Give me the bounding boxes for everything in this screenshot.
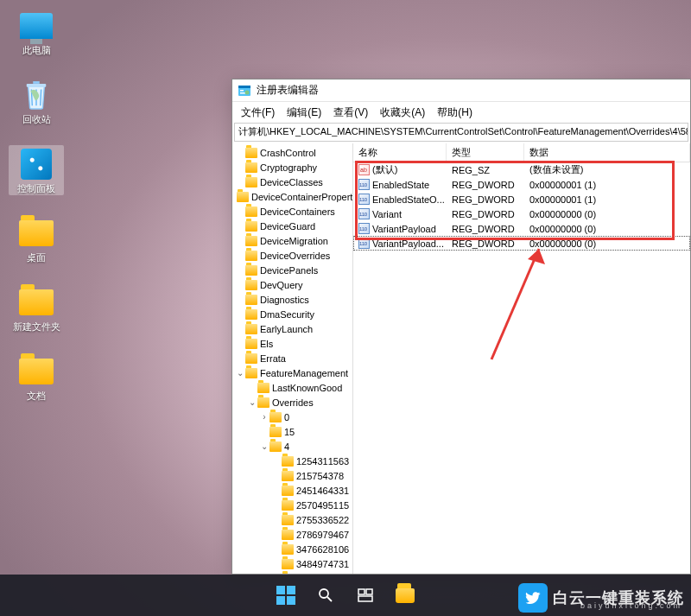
- tree-item[interactable]: DevicePanels: [232, 263, 352, 277]
- value-data: 0x00000001 (1): [524, 194, 690, 206]
- folder-icon: [282, 456, 294, 467]
- desktop-icon-recycle-bin[interactable]: 回收站: [9, 76, 64, 126]
- folder-icon: [245, 265, 257, 276]
- pc-icon: [19, 9, 54, 43]
- folder-icon: [269, 427, 282, 437]
- registry-tree[interactable]: CrashControlCryptographyDeviceClassesDev…: [232, 143, 353, 574]
- tree-item[interactable]: CrashControl: [232, 145, 352, 160]
- task-view-icon: [357, 587, 374, 604]
- folder-icon: [257, 383, 269, 393]
- tree-item[interactable]: DeviceGuard: [232, 219, 352, 233]
- value-row[interactable]: VariantREG_DWORD0x00000000 (0): [353, 206, 690, 221]
- col-name[interactable]: 名称: [353, 143, 447, 162]
- tree-item[interactable]: ⌄FeatureManagement: [232, 365, 352, 380]
- desktop-icon-folder[interactable]: 新建文件夹: [9, 283, 64, 333]
- desktop-icon-label: 此电脑: [22, 45, 51, 55]
- tree-item[interactable]: 2451464331: [232, 483, 352, 498]
- tree-item[interactable]: DeviceContainers: [232, 204, 352, 219]
- desktop-icon-label: 桌面: [27, 252, 46, 263]
- values-pane[interactable]: 名称 类型 数据 (默认)REG_SZ(数值未设置)EnabledStateRE…: [353, 143, 690, 574]
- value-row[interactable]: VariantPayload...REG_DWORD0x00000000 (0): [353, 236, 690, 251]
- desktop-icon-control-panel[interactable]: 控制面板: [9, 145, 64, 195]
- tree-item[interactable]: ›0: [232, 410, 352, 424]
- tree-item[interactable]: DmaSecurity: [232, 307, 352, 321]
- folder-icon: [245, 162, 257, 173]
- desktop-icon-folder[interactable]: 文档: [9, 352, 64, 403]
- titlebar[interactable]: 注册表编辑器: [232, 79, 690, 102]
- tree-item-label: 2755336522: [296, 515, 349, 525]
- tree-item[interactable]: DeviceContainerPropertyUpda: [232, 189, 352, 204]
- tree-item-label: DmaSecurity: [260, 309, 314, 320]
- value-data: 0x00000000 (0): [524, 208, 690, 220]
- tree-item[interactable]: 3484974731: [232, 556, 352, 571]
- folder-icon: [245, 148, 257, 158]
- binary-value-icon: [358, 179, 370, 190]
- taskbar-search[interactable]: [308, 578, 343, 613]
- desktop-icon-label: 文档: [27, 391, 46, 401]
- svg-line-9: [327, 597, 332, 601]
- tree-item[interactable]: DeviceMigration: [232, 233, 352, 248]
- tree-item[interactable]: DeviceOverrides: [232, 248, 352, 263]
- value-row[interactable]: EnabledStateO...REG_DWORD0x00000001 (1): [353, 192, 690, 206]
- tree-item[interactable]: 426530482: [232, 571, 352, 574]
- window-title: 注册表编辑器: [257, 83, 319, 98]
- tree-item[interactable]: Diagnostics: [232, 292, 352, 307]
- svg-rect-0: [27, 84, 47, 87]
- tree-item-label: 2451464331: [296, 486, 349, 496]
- folder-icon: [282, 574, 294, 575]
- tree-item[interactable]: LastKnownGood: [232, 380, 352, 395]
- tree-item[interactable]: DeviceClasses: [232, 175, 352, 189]
- desktop-icon-folder[interactable]: 桌面: [9, 214, 64, 264]
- tree-item[interactable]: 1254311563: [232, 454, 352, 468]
- value-name: EnabledStateO...: [372, 194, 445, 205]
- search-icon: [317, 587, 334, 604]
- value-row[interactable]: EnabledStateREG_DWORD0x00000001 (1): [353, 177, 690, 192]
- value-row[interactable]: VariantPayloadREG_DWORD0x00000000 (0): [353, 221, 690, 236]
- tree-item[interactable]: Cryptography: [232, 160, 352, 175]
- tree-twisty-icon[interactable]: ›: [260, 412, 269, 422]
- tree-twisty-icon[interactable]: ⌄: [260, 441, 269, 451]
- tree-item-label: 4: [284, 441, 289, 452]
- tree-item[interactable]: 2786979467: [232, 527, 352, 542]
- tree-item[interactable]: EarlyLaunch: [232, 321, 352, 336]
- tree-item[interactable]: 215754378: [232, 468, 352, 483]
- tree-item[interactable]: Errata: [232, 351, 352, 365]
- desktop-icon-label: 控制面板: [17, 183, 55, 194]
- tree-item[interactable]: DevQuery: [232, 277, 352, 292]
- menu-favorites[interactable]: 收藏夹(A): [375, 104, 430, 122]
- address-bar[interactable]: 计算机\HKEY_LOCAL_MACHINE\SYSTEM\CurrentCon…: [234, 123, 688, 142]
- tree-item[interactable]: 15: [232, 424, 352, 439]
- tree-item-label: 215754378: [296, 471, 344, 481]
- start-button[interactable]: [269, 578, 303, 613]
- tree-item[interactable]: Els: [232, 336, 352, 351]
- menu-help[interactable]: 帮助(H): [432, 104, 478, 122]
- value-row[interactable]: (默认)REG_SZ(数值未设置): [353, 162, 690, 177]
- folder-icon: [237, 192, 249, 202]
- folder-icon: [269, 441, 282, 452]
- tree-item-label: 426530482: [296, 574, 344, 575]
- col-data[interactable]: 数据: [524, 143, 690, 162]
- tree-item[interactable]: ⌄Overrides: [232, 395, 352, 410]
- taskbar-explorer[interactable]: [388, 578, 422, 613]
- value-name: VariantPayload...: [372, 238, 444, 249]
- value-name: EnabledState: [372, 180, 429, 190]
- menu-view[interactable]: 查看(V): [328, 104, 373, 122]
- folder-icon: [245, 221, 257, 232]
- string-value-icon: [358, 164, 370, 175]
- folder-icon: [245, 295, 257, 305]
- taskbar-task-view[interactable]: [348, 578, 383, 613]
- col-type[interactable]: 类型: [447, 143, 524, 162]
- desktop-icon-this-pc[interactable]: 此电脑: [9, 7, 64, 57]
- tree-item-label: DeviceOverrides: [260, 251, 330, 261]
- binary-value-icon: [358, 208, 370, 219]
- tree-item-label: 2570495115: [296, 500, 349, 511]
- tree-item[interactable]: 3476628106: [232, 542, 352, 556]
- tree-item[interactable]: ⌄4: [232, 439, 352, 454]
- tree-twisty-icon[interactable]: ⌄: [248, 397, 257, 407]
- menu-edit[interactable]: 编辑(E): [282, 104, 326, 122]
- desktop-icons: 此电脑 回收站 控制面板 桌面 新建文件夹 文档: [9, 7, 64, 403]
- tree-item[interactable]: 2570495115: [232, 498, 352, 512]
- tree-twisty-icon[interactable]: ⌄: [236, 368, 244, 378]
- tree-item[interactable]: 2755336522: [232, 512, 352, 527]
- menu-file[interactable]: 文件(F): [236, 104, 280, 122]
